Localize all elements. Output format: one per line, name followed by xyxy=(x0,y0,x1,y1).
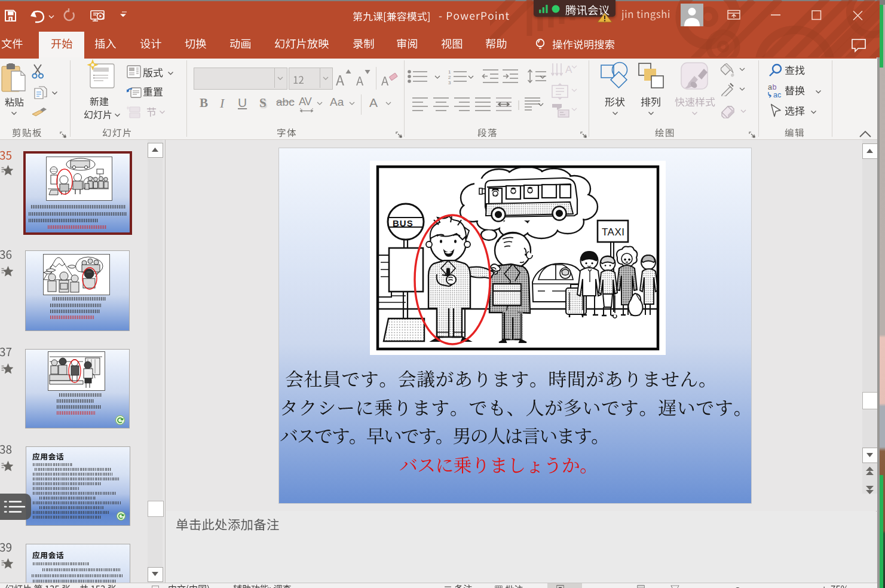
svg-text:b: b xyxy=(773,83,777,91)
svg-text:TAXI: TAXI xyxy=(602,226,625,238)
svg-text:3: 3 xyxy=(448,80,451,85)
svg-text:1: 1 xyxy=(448,69,451,75)
svg-text:BUS: BUS xyxy=(393,218,414,228)
svg-text:2: 2 xyxy=(448,75,451,80)
svg-text:a: a xyxy=(768,83,772,91)
svg-text:ac: ac xyxy=(773,91,781,99)
